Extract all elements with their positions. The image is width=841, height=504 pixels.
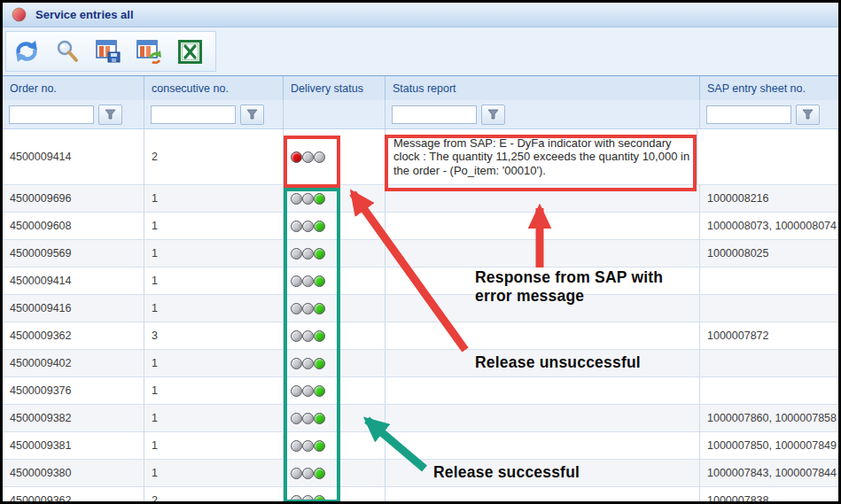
consecutive-cell: 1	[144, 460, 284, 486]
sap-entry-sheet-cell: 1000008216	[700, 185, 838, 212]
status-report-cell	[385, 213, 700, 239]
status-report-cell	[385, 185, 700, 212]
order-cell: 4500009382	[3, 405, 144, 431]
table-row[interactable]: 450000960811000008073, 1000008074	[3, 213, 838, 240]
column-header-delivery-status[interactable]: Delivery status	[284, 76, 385, 100]
traffic-light-icon	[291, 151, 325, 163]
filter-input-consecutive[interactable]	[151, 105, 236, 124]
filter-button-status-report[interactable]	[481, 105, 505, 125]
sap-entry-sheet-cell: 1000007850, 1000007849	[700, 432, 838, 459]
consecutive-cell: 1	[144, 377, 284, 404]
traffic-light-icon	[291, 193, 325, 205]
table-row[interactable]: 45000094141	[3, 268, 838, 295]
sap-entry-sheet-cell: 1000007843, 1000007844	[700, 460, 838, 486]
order-cell: 4500009362	[3, 322, 144, 349]
consecutive-cell: 1	[144, 405, 284, 431]
filter-button-consecutive[interactable]	[240, 105, 264, 125]
sap-entry-sheet-cell: 1000008025	[700, 240, 838, 267]
table-row[interactable]: 45000094161	[3, 295, 838, 322]
consecutive-cell: 1	[144, 268, 284, 294]
table-row[interactable]: 45000093761	[3, 377, 838, 405]
delivery-status-cell	[284, 240, 385, 267]
filter-button-sap-entry[interactable]	[796, 105, 820, 125]
app-icon	[12, 7, 27, 22]
order-cell: 4500009381	[3, 432, 144, 459]
table-row[interactable]: 45000094142Message from SAP: E - DyFa in…	[3, 129, 838, 185]
refresh-button[interactable]	[12, 36, 42, 66]
column-header-order[interactable]: Order no.	[3, 76, 144, 100]
delivery-status-cell	[284, 350, 385, 376]
status-report-cell	[385, 432, 700, 459]
delivery-status-cell	[284, 405, 385, 431]
annotation-unsuccessful-label: Release unsuccessful	[475, 353, 705, 372]
consecutive-cell: 1	[144, 185, 284, 212]
order-cell: 4500009362	[3, 487, 144, 504]
search-button[interactable]	[52, 36, 82, 66]
delivery-status-cell	[284, 295, 385, 322]
delivery-status-cell	[284, 129, 385, 184]
traffic-light-icon	[291, 495, 325, 504]
search-icon	[55, 39, 80, 64]
status-report-cell	[385, 487, 700, 504]
status-report-cell	[385, 240, 700, 267]
status-report-cell	[385, 405, 700, 431]
status-report-cell	[385, 322, 700, 349]
grid-header-row: Order no. consecutive no. Delivery statu…	[3, 76, 838, 100]
funnel-icon	[802, 109, 814, 120]
consecutive-cell: 1	[144, 295, 284, 322]
update-table-button[interactable]	[134, 36, 164, 66]
save-table-icon	[95, 39, 121, 64]
funnel-icon	[487, 109, 499, 120]
excel-export-button[interactable]	[175, 36, 205, 66]
toolbar	[3, 27, 838, 76]
filter-cell-order	[3, 100, 144, 128]
annotation-successful-label: Release successful	[433, 463, 664, 482]
filter-input-status-report[interactable]	[392, 105, 477, 124]
sap-entry-sheet-cell	[700, 377, 838, 404]
traffic-light-icon	[291, 303, 325, 314]
traffic-light-icon	[291, 385, 325, 397]
consecutive-cell: 3	[144, 322, 284, 349]
filter-button-order[interactable]	[98, 105, 122, 125]
filter-cell-sap-entry	[700, 100, 838, 128]
funnel-icon	[246, 109, 258, 120]
order-cell: 4500009569	[3, 240, 144, 267]
consecutive-cell: 1	[144, 350, 284, 376]
table-body: 45000094142Message from SAP: E - DyFa in…	[3, 129, 838, 504]
filter-cell-delivery-status	[284, 100, 385, 128]
save-table-button[interactable]	[93, 36, 123, 66]
traffic-light-icon	[291, 468, 325, 479]
order-cell: 4500009608	[3, 213, 144, 239]
excel-icon	[178, 40, 202, 64]
table-row[interactable]: 450000938011000007843, 1000007844	[3, 460, 838, 487]
delivery-status-cell	[284, 268, 385, 294]
filter-input-order[interactable]	[9, 105, 94, 124]
refresh-icon	[13, 39, 40, 64]
column-header-sap-entry-sheet[interactable]: SAP entry sheet no.	[700, 76, 838, 100]
funnel-icon	[105, 109, 116, 120]
column-header-consecutive[interactable]: consecutive no.	[144, 76, 284, 100]
table-row[interactable]: 450000936231000007872	[3, 322, 838, 350]
sap-entry-sheet-cell	[700, 268, 838, 294]
delivery-status-cell	[284, 322, 385, 349]
table-row[interactable]: 450000938111000007850, 1000007849	[3, 432, 838, 460]
traffic-light-icon	[291, 440, 325, 452]
filter-input-sap-entry[interactable]	[706, 105, 791, 124]
service-entries-window: Service entries all	[0, 0, 841, 504]
traffic-light-icon	[291, 275, 325, 287]
table-row[interactable]: 450000956911000008025	[3, 240, 838, 268]
order-cell: 4500009380	[3, 460, 144, 486]
table-row[interactable]: 450000936221000007838	[3, 487, 838, 504]
filter-row	[3, 100, 838, 129]
order-cell: 4500009414	[3, 129, 144, 184]
table-row[interactable]: 450000938211000007860, 1000007858	[3, 405, 838, 432]
column-header-status-report[interactable]: Status report	[385, 76, 700, 100]
traffic-light-icon	[291, 330, 325, 342]
table-row[interactable]: 45000094021	[3, 350, 838, 377]
order-cell: 4500009376	[3, 377, 144, 404]
sap-entry-sheet-cell: 1000007872	[700, 322, 838, 349]
traffic-light-icon	[291, 413, 325, 424]
title-bar: Service entries all	[3, 3, 838, 27]
traffic-light-icon	[291, 248, 325, 260]
table-row[interactable]: 450000969611000008216	[3, 185, 838, 213]
